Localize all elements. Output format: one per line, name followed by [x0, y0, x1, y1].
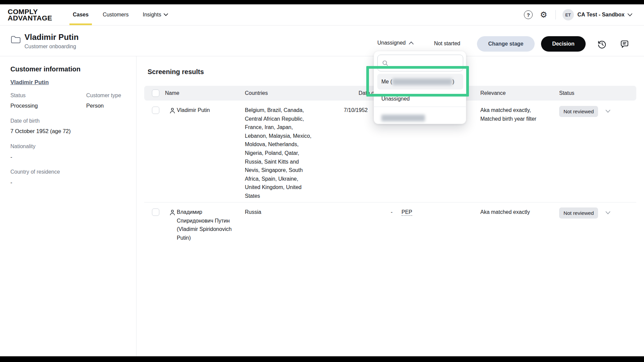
col-header-relevance: Relevance — [480, 90, 506, 96]
tab-cases[interactable]: Cases — [69, 4, 92, 25]
row2-name[interactable]: Владимир Спиридонович Путин (Vladimir Sp… — [177, 208, 232, 242]
row1-name[interactable]: Vladimir Putin — [177, 106, 232, 115]
top-nav: COMPLY ADVANTAGE Cases Customers Insight… — [0, 4, 644, 25]
pep-label[interactable]: PEP — [401, 209, 412, 216]
row2-status-badge[interactable]: Not reviewed — [559, 207, 598, 219]
chevron-up-icon — [409, 42, 414, 45]
avatar[interactable]: ET — [562, 9, 574, 20]
nav-tabs: Cases Customers Insights — [69, 4, 171, 25]
gear-icon[interactable]: ⚙ — [540, 10, 547, 19]
tab-insights-label: Insights — [143, 12, 161, 18]
assignee-dropdown-menu: Me ( ) Unassigned — [374, 51, 466, 124]
field-label-customer-type: Customer type — [86, 93, 121, 99]
dropdown-divider — [374, 107, 467, 107]
person-icon — [169, 107, 176, 114]
screening-results-heading: Screening results — [148, 68, 204, 76]
assignee-option-unassigned[interactable]: Unassigned — [381, 96, 410, 102]
row1-dob: 7/10/1952 — [344, 106, 368, 115]
select-all-checkbox[interactable] — [152, 89, 159, 97]
row1-checkbox[interactable] — [152, 107, 159, 114]
decision-button[interactable]: Decision — [541, 36, 586, 52]
nav-right: ? ⚙ ET CA Test - Sandbox — [524, 4, 632, 25]
page: COMPLY ADVANTAGE Cases Customers Insight… — [0, 0, 644, 362]
folder-icon — [10, 35, 21, 45]
row1-relevance: Aka matched exactly, Matched birth year … — [480, 106, 547, 123]
account-name[interactable]: CA Test - Sandbox — [578, 12, 625, 18]
nav-divider — [555, 10, 556, 19]
field-value-country-residence: - — [10, 179, 12, 186]
help-icon[interactable]: ? — [524, 10, 533, 19]
tab-customers-label: Customers — [103, 12, 128, 18]
case-subtitle: Customer onboarding — [24, 44, 76, 50]
assignee-option-me[interactable]: Me ( ) — [377, 74, 463, 89]
row2-match-type-badge[interactable]: PEP — [401, 208, 412, 217]
me-option-suffix: ) — [452, 79, 454, 85]
change-stage-button[interactable]: Change stage — [477, 36, 535, 52]
row2-dob: - — [391, 208, 392, 217]
chevron-down-icon — [164, 13, 168, 16]
row2-countries: Russia — [245, 208, 314, 217]
field-value-nationality: - — [10, 154, 12, 160]
row2-relevance: Aka matched exactly — [480, 208, 547, 217]
field-label-dob: Date of birth — [10, 118, 40, 124]
row1-status-chevron-down-icon[interactable] — [605, 110, 610, 113]
row1-status-badge[interactable]: Not reviewed — [559, 106, 598, 117]
case-title: Vladimir Putin — [24, 33, 78, 42]
tab-insights[interactable]: Insights — [140, 4, 171, 25]
screen-bottom-bar — [0, 356, 644, 362]
redacted-name — [392, 78, 452, 85]
logo-line2: ADVANTAGE — [8, 15, 52, 21]
col-header-name: Name — [165, 90, 179, 96]
assignee-option-redacted[interactable] — [381, 115, 425, 121]
case-stage: Not started — [434, 41, 460, 47]
assignee-search[interactable] — [377, 55, 463, 71]
field-value-customer-type: Person — [86, 103, 104, 109]
assignee-label: Unassigned — [377, 40, 406, 46]
field-label-country-residence: Country of residence — [10, 169, 60, 175]
customer-info-panel — [0, 56, 137, 356]
assignee-dropdown-trigger[interactable]: Unassigned — [377, 40, 414, 46]
me-option-prefix: Me ( — [381, 79, 392, 85]
col-header-status: Status — [559, 90, 574, 96]
tab-cases-label: Cases — [73, 12, 89, 18]
col-header-countries: Countries — [245, 90, 268, 96]
account-chevron-down-icon[interactable] — [628, 13, 632, 16]
row2-checkbox[interactable] — [152, 208, 159, 216]
search-icon — [382, 60, 388, 66]
history-icon[interactable] — [597, 39, 607, 49]
customer-link[interactable]: Vladimir Putin — [10, 79, 49, 86]
tab-customers[interactable]: Customers — [99, 4, 132, 25]
field-label-nationality: Nationality — [10, 143, 36, 149]
customer-info-heading: Customer information — [10, 65, 80, 73]
row1-countries: Belgium, Brazil, Canada, Central African… — [245, 106, 314, 200]
row2-status-chevron-down-icon[interactable] — [605, 211, 610, 215]
assignee-search-input[interactable] — [392, 55, 459, 71]
person-icon — [169, 209, 176, 216]
field-value-status: Processing — [10, 103, 38, 109]
field-label-status: Status — [10, 93, 25, 99]
comply-advantage-logo[interactable]: COMPLY ADVANTAGE — [8, 8, 52, 21]
comment-icon[interactable] — [620, 39, 630, 49]
field-value-dob: 7 October 1952 (age 72) — [10, 128, 71, 134]
screen-top-bar — [0, 0, 644, 4]
